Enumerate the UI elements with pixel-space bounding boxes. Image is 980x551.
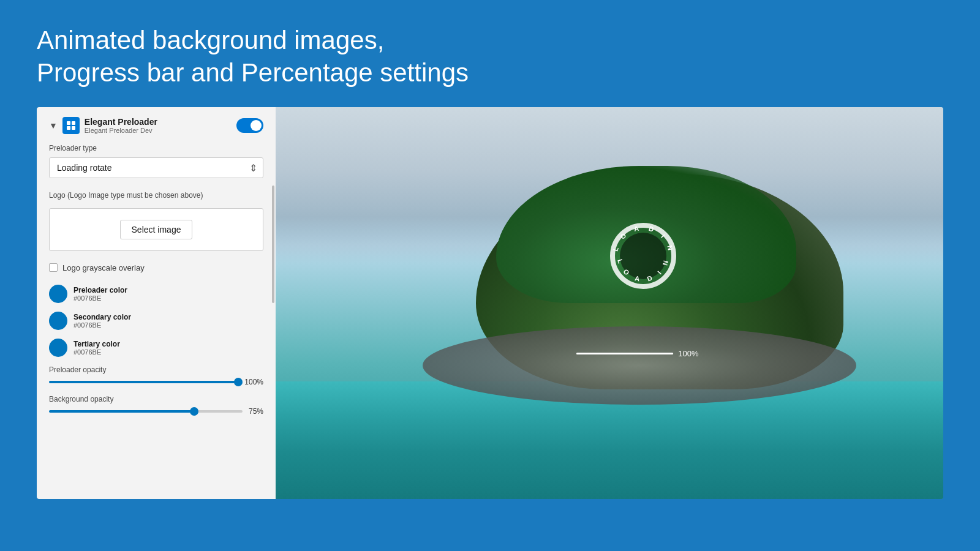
preloader-opacity-value: 100% <box>244 378 263 386</box>
secondary-color-label: Secondary color <box>74 313 131 321</box>
select-image-button[interactable]: Select image <box>120 220 193 239</box>
grayscale-label: Logo grayscale overlay <box>62 263 145 272</box>
svg-rect-2 <box>67 126 70 130</box>
plugin-icon <box>62 117 80 134</box>
preloader-color-label: Preloader color <box>74 286 127 294</box>
header-section: Animated background images, Progress bar… <box>0 0 980 107</box>
preview-panel: L O A D I N G L O A D I N G <box>276 107 943 499</box>
progress-bar-track <box>576 353 674 354</box>
background-opacity-slider-row: 75% <box>49 407 263 416</box>
grayscale-checkbox[interactable] <box>49 263 58 272</box>
secondary-color-row: Secondary color #0076BE <box>49 312 263 330</box>
tertiary-color-label: Tertiary color <box>74 340 120 348</box>
enable-toggle[interactable] <box>236 118 263 133</box>
background-opacity-track <box>49 410 243 413</box>
plugin-name: Elegant Preloader <box>85 117 157 127</box>
svg-rect-0 <box>67 121 70 125</box>
plugin-header-left: ▼ Elegant Preloader Elegant Preloader De… <box>49 117 157 134</box>
tertiary-color-hex: #0076BE <box>74 348 120 356</box>
progress-bar-fill <box>576 353 674 354</box>
main-content: ▼ Elegant Preloader Elegant Preloader De… <box>0 107 980 499</box>
preloader-opacity-thumb[interactable] <box>234 378 243 386</box>
background-opacity-thumb[interactable] <box>190 407 198 416</box>
logo-label: Logo (Logo Image type must be chosen abo… <box>49 190 263 201</box>
grayscale-checkbox-row: Logo grayscale overlay <box>49 263 263 272</box>
secondary-color-hex: #0076BE <box>74 321 131 329</box>
progress-percent: 100% <box>678 349 698 358</box>
preloader-opacity-track <box>49 381 238 383</box>
loading-rotate-container: L O A D I N G L O A D I N G <box>609 222 677 290</box>
tertiary-color-swatch[interactable] <box>49 339 67 357</box>
plugin-info: Elegant Preloader Elegant Preloader Dev <box>85 117 157 134</box>
preloader-opacity-slider-row: 100% <box>49 378 263 386</box>
preloader-opacity-label: Preloader opacity <box>49 365 263 374</box>
island-scene: L O A D I N G L O A D I N G <box>276 107 943 499</box>
page-title: Animated background images, Progress bar… <box>37 24 943 89</box>
secondary-color-info: Secondary color #0076BE <box>74 313 131 329</box>
preloader-type-select-wrapper: Loading rotate ⇕ <box>49 157 263 178</box>
scrollbar[interactable] <box>272 186 274 303</box>
plugin-header: ▼ Elegant Preloader Elegant Preloader De… <box>49 117 263 134</box>
svg-rect-3 <box>72 126 75 130</box>
tertiary-color-info: Tertiary color #0076BE <box>74 340 120 356</box>
preloader-color-swatch[interactable] <box>49 285 67 303</box>
background-opacity-section: Background opacity 75% <box>49 395 263 416</box>
preloader-color-row: Preloader color #0076BE <box>49 285 263 303</box>
tertiary-color-row: Tertiary color #0076BE <box>49 339 263 357</box>
loading-text-svg: L O A D I N G L O A D I N G <box>609 222 677 290</box>
progress-bar-container: 100% <box>576 349 699 358</box>
island-rocks <box>423 326 857 405</box>
logo-upload-area: Select image <box>49 208 263 251</box>
svg-rect-1 <box>72 121 75 125</box>
preloader-type-select[interactable]: Loading rotate <box>49 157 263 178</box>
preloader-type-label: Preloader type <box>49 144 263 152</box>
preloader-color-info: Preloader color #0076BE <box>74 286 127 302</box>
preloader-opacity-section: Preloader opacity 100% <box>49 365 263 386</box>
background-opacity-value: 75% <box>249 407 263 416</box>
preloader-color-hex: #0076BE <box>74 294 127 302</box>
settings-panel: ▼ Elegant Preloader Elegant Preloader De… <box>37 107 276 499</box>
background-opacity-label: Background opacity <box>49 395 263 403</box>
secondary-color-swatch[interactable] <box>49 312 67 330</box>
collapse-arrow-icon[interactable]: ▼ <box>49 121 58 130</box>
plugin-subtitle: Elegant Preloader Dev <box>85 127 157 134</box>
